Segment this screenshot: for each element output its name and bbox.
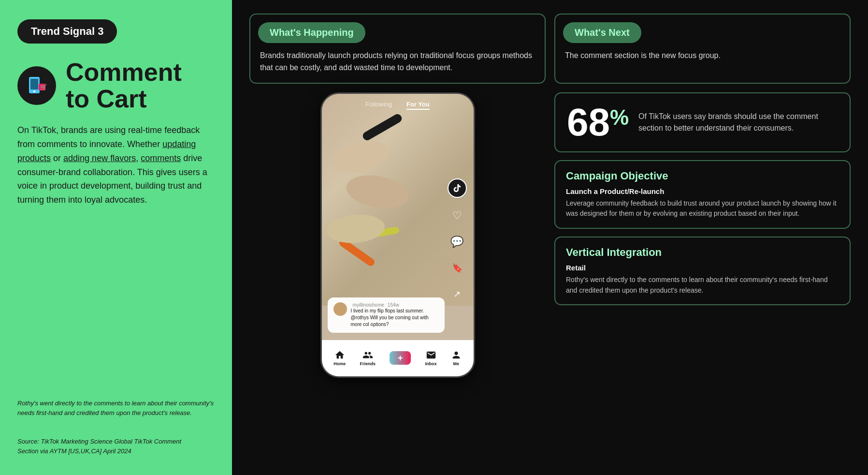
vertical-card: Vertical Integration Retail Rothy's went…	[554, 237, 851, 305]
tiktok-home-label: Home	[333, 361, 346, 366]
tiktok-inbox-label: Inbox	[425, 361, 437, 366]
svg-text:🛒: 🛒	[40, 83, 47, 90]
main-title: Comment to Cart	[66, 59, 182, 112]
stat-description: Of TikTok users say brands should use th…	[638, 111, 838, 134]
tiktok-bottom-nav: Home Friends + Inbox Me	[322, 340, 474, 376]
whats-next-text: The comment section is the new focus gro…	[565, 51, 721, 59]
tiktok-right-icons: ♡ 💬 🔖 ↗	[448, 178, 467, 302]
comment-content: myillinoishome 154w I lived in my flip f…	[351, 302, 439, 328]
description: On TikTok, brands are using real-time fe…	[17, 123, 215, 207]
me-icon	[451, 350, 462, 360]
whats-next-body: The comment section is the new focus gro…	[555, 43, 850, 71]
tiktok-for-you: For You	[406, 101, 430, 110]
campaign-title: Campaign Objective	[566, 170, 839, 182]
tiktok-me-label: Me	[453, 361, 460, 366]
tiktok-logo-icon	[452, 183, 462, 193]
comment-username: myillinoishome 154w	[351, 302, 439, 308]
trend-badge: Trend Signal 3	[17, 19, 117, 44]
stat-card: 68% Of TikTok users say brands should us…	[554, 92, 851, 152]
comment-text: I lived in my flip flops last summer. @r…	[351, 308, 439, 328]
tiktok-comment-icon: 💬	[449, 234, 465, 250]
comment-avatar	[333, 302, 347, 316]
whats-happening-header: What's Happening	[258, 22, 365, 43]
tiktok-creator-avatar	[448, 178, 467, 198]
home-icon	[334, 350, 345, 360]
title-row: 🛒 Comment to Cart	[17, 59, 215, 112]
stat-percent-value: %	[610, 107, 629, 128]
whats-happening-card: What's Happening Brands traditionally la…	[249, 14, 546, 84]
tiktok-bookmark-icon: 🔖	[449, 260, 465, 276]
campaign-text: Leverage community feedback to build tru…	[566, 198, 839, 219]
whats-happening-body: Brands traditionally launch products rel…	[250, 43, 545, 83]
stat-number: 68%	[567, 103, 629, 142]
vertical-subtitle: Retail	[566, 264, 839, 272]
flipflop-sole-2	[344, 171, 411, 213]
middle-row: Following For You ♡ 💬	[249, 92, 851, 461]
phone-mockup: Following For You ♡ 💬	[320, 92, 475, 378]
right-panel: What's Happening Brands traditionally la…	[232, 0, 868, 475]
tiktok-nav-inbox[interactable]: Inbox	[425, 350, 437, 366]
vertical-text: Rothy's went directly to the comments to…	[566, 275, 839, 296]
flipflop-sole-1	[329, 135, 392, 178]
title-icon: 🛒	[17, 66, 56, 105]
inbox-icon	[426, 350, 436, 360]
top-row: What's Happening Brands traditionally la…	[249, 14, 851, 84]
svg-point-2	[33, 90, 35, 92]
whats-next-label: What's Next	[575, 27, 630, 38]
campaign-card: Campaign Objective Launch a Product/Re-l…	[554, 160, 851, 229]
campaign-subtitle: Launch a Product/Re-launch	[566, 187, 839, 195]
source-text: Rothy's went directly to the comments to…	[17, 399, 215, 417]
right-column: 68% Of TikTok users say brands should us…	[554, 92, 851, 306]
tiktok-heart-icon: ♡	[449, 208, 465, 224]
phone-container: Following For You ♡ 💬	[249, 92, 546, 378]
tiktok-nav-me[interactable]: Me	[451, 350, 462, 366]
flip-flop-background: Following For You ♡ 💬	[322, 94, 474, 306]
tiktok-nav-home[interactable]: Home	[333, 350, 346, 366]
comment-overlay: myillinoishome 154w I lived in my flip f…	[328, 297, 445, 333]
source-citation: Source: TikTok Marketing Science Global …	[17, 437, 215, 456]
whats-next-header: What's Next	[563, 22, 641, 43]
stat-number-value: 68	[567, 103, 610, 142]
whats-next-card: What's Next The comment section is the n…	[554, 14, 851, 84]
left-panel: Trend Signal 3 🛒 Comment to Cart On TikT…	[0, 0, 232, 475]
tiktok-friends-label: Friends	[360, 361, 376, 366]
whats-happening-label: What's Happening	[270, 27, 354, 38]
phone-screen: Following For You ♡ 💬	[322, 94, 474, 376]
tiktok-nav-friends[interactable]: Friends	[360, 350, 376, 366]
vertical-title: Vertical Integration	[566, 246, 839, 259]
tiktok-share-icon: ↗	[449, 286, 465, 302]
phone-cart-icon: 🛒	[26, 75, 47, 96]
strap-black	[361, 112, 403, 142]
tiktok-add-button[interactable]: +	[390, 351, 411, 365]
trend-badge-label: Trend Signal 3	[31, 25, 103, 38]
tiktok-following: Following	[365, 101, 392, 110]
friends-icon	[362, 350, 373, 360]
whats-happening-text: Brands traditionally launch products rel…	[260, 51, 532, 72]
flipflop-sole-3	[325, 212, 386, 245]
svg-rect-1	[30, 79, 38, 89]
tiktok-top-nav: Following For You	[322, 101, 474, 110]
